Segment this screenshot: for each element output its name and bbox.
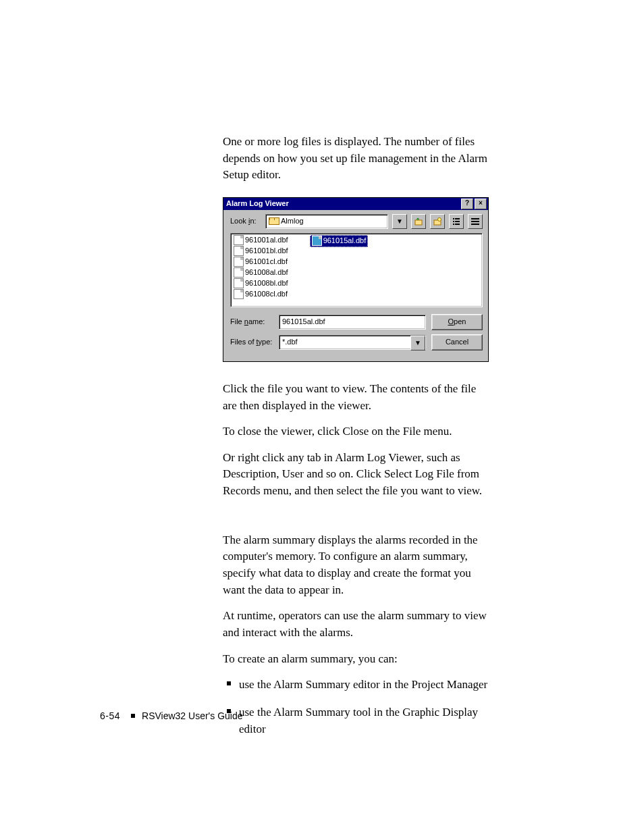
open-button[interactable]: Open <box>431 314 483 330</box>
up-folder-button[interactable] <box>411 214 426 229</box>
file-item[interactable]: 961001al.dbf <box>232 235 290 246</box>
body-paragraph: The alarm summary displays the alarms re… <box>223 532 489 599</box>
file-type-select[interactable]: *.dbf ▼ <box>279 335 426 350</box>
lookin-value: Almlog <box>281 216 304 227</box>
file-icon <box>234 267 244 278</box>
page-number: 6-54 <box>100 709 120 723</box>
page-footer: 6-54 RSView32 User's Guide <box>100 709 243 723</box>
file-type-dropdown-button[interactable]: ▼ <box>410 336 425 350</box>
bullet-item: use the Alarm Summary tool in the Graphi… <box>223 704 489 737</box>
file-item[interactable]: 961001bl.dbf <box>232 246 290 257</box>
file-item-selected[interactable]: 961015al.dbf <box>310 235 369 247</box>
body-paragraph: At runtime, operators can use the alarm … <box>223 608 489 641</box>
file-name-label: File name: <box>230 317 273 328</box>
svg-rect-11 <box>471 224 479 225</box>
book-title: RSView32 User's Guide <box>142 709 242 723</box>
file-icon <box>234 246 244 256</box>
alarm-log-viewer-dialog: Alarm Log Viewer ? × Look in: Almlog ▼ <box>223 197 489 362</box>
file-item[interactable]: 961008al.dbf <box>232 267 290 278</box>
body-paragraph: To close the viewer, click Close on the … <box>223 423 489 440</box>
details-view-button[interactable] <box>468 214 483 229</box>
lookin-dropdown-button[interactable]: ▼ <box>392 214 407 229</box>
svg-rect-7 <box>455 221 460 222</box>
svg-point-2 <box>438 217 441 221</box>
folder-icon <box>269 217 278 225</box>
intro-paragraph: One or more log files is displayed. The … <box>223 134 489 184</box>
bullet-item: use the Alarm Summary editor in the Proj… <box>223 677 489 694</box>
file-icon <box>234 278 244 288</box>
file-list-pane[interactable]: 961001al.dbf 961001bl.dbf 961001cl.dbf 9… <box>230 233 483 307</box>
svg-rect-8 <box>455 224 460 225</box>
svg-rect-5 <box>453 224 454 225</box>
svg-rect-0 <box>415 220 422 225</box>
svg-rect-3 <box>453 218 454 219</box>
lookin-field[interactable]: Almlog <box>265 214 388 229</box>
list-view-button[interactable] <box>449 214 464 229</box>
svg-rect-6 <box>455 218 460 219</box>
title-bar: Alarm Log Viewer ? × <box>223 198 488 210</box>
cancel-button[interactable]: Cancel <box>431 334 483 350</box>
help-button[interactable]: ? <box>461 199 473 209</box>
file-icon <box>234 257 244 267</box>
body-paragraph: Or right click any tab in Alarm Log View… <box>223 450 489 500</box>
svg-rect-10 <box>471 221 479 222</box>
lookin-label: Look in: <box>230 216 261 227</box>
new-folder-button[interactable] <box>430 214 445 229</box>
footer-bullet-icon <box>131 714 135 718</box>
file-icon <box>234 289 244 299</box>
file-type-label: Files of type: <box>230 337 273 348</box>
file-icon <box>234 235 244 245</box>
dialog-title: Alarm Log Viewer <box>226 199 289 209</box>
close-button[interactable]: × <box>475 199 487 209</box>
file-name-input[interactable]: 961015al.dbf <box>279 315 426 330</box>
body-paragraph: Click the file you want to view. The con… <box>223 381 489 414</box>
body-paragraph: To create an alarm summary, you can: <box>223 651 489 668</box>
svg-rect-4 <box>453 221 454 222</box>
file-icon <box>312 236 322 246</box>
file-item[interactable]: 961008bl.dbf <box>232 278 290 289</box>
file-item[interactable]: 961001cl.dbf <box>232 257 290 267</box>
file-item[interactable]: 961008cl.dbf <box>232 289 290 300</box>
svg-rect-9 <box>471 218 479 219</box>
